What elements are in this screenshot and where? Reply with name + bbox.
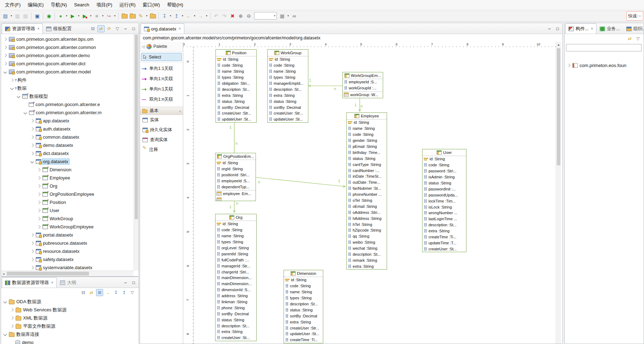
tree-item[interactable]: portal.datasetx xyxy=(1,231,134,239)
delete-button[interactable]: ✖ xyxy=(229,12,236,20)
menubar-item-6[interactable]: 运行(R) xyxy=(116,0,139,10)
relation-orgpositionemployee-employee[interactable] xyxy=(255,177,345,187)
pin-icon[interactable]: « xyxy=(179,109,181,113)
chevron-right-icon[interactable] xyxy=(567,64,571,67)
chevron-right-icon[interactable] xyxy=(30,144,34,147)
tree-item[interactable]: 数据模型 xyxy=(1,92,134,100)
tree-item[interactable]: User xyxy=(1,206,134,215)
field-row[interactable]: workGroupId :... xyxy=(343,85,383,91)
field-row[interactable]: description :St... xyxy=(347,251,387,257)
palette-tool-1[interactable]: 单向1:1关联 xyxy=(140,63,183,74)
console-button[interactable]: ▣ xyxy=(33,12,41,20)
field-row[interactable]: remark :String xyxy=(347,257,387,263)
open-project-button[interactable] xyxy=(129,12,136,20)
palette-header[interactable]: ◁ Palette xyxy=(140,42,183,51)
zoom-level-combo[interactable]: ▾ xyxy=(254,12,277,20)
close-icon[interactable]: × xyxy=(37,26,40,31)
field-row[interactable]: birthday :Time... xyxy=(347,149,387,155)
field-row[interactable]: inDate :TimeSt... xyxy=(347,173,387,179)
collapse-palette-icon[interactable]: ◁ xyxy=(142,45,145,49)
palette-item-4[interactable]: 注释 xyxy=(140,145,183,155)
back-button[interactable]: ← xyxy=(185,12,192,20)
tree-item[interactable]: Org xyxy=(1,182,134,190)
server-start-button[interactable]: ◉ xyxy=(45,12,53,20)
link-with-editor-icon[interactable]: ⇄ xyxy=(88,289,95,296)
field-row[interactable]: name :String xyxy=(284,289,323,295)
field-row[interactable]: lastLoginTime ... xyxy=(422,216,466,222)
tree-item[interactable]: Position xyxy=(1,198,134,206)
field-row[interactable]: dependentTyp... xyxy=(215,184,256,190)
palette-item-1[interactable]: 实体 xyxy=(140,115,183,125)
scroll-up-icon[interactable]: ▲ xyxy=(556,42,561,47)
tree-item[interactable]: systemvariable.datasetx xyxy=(1,263,134,271)
run-button[interactable]: ▶ xyxy=(69,12,77,20)
chevron-down-icon[interactable] xyxy=(30,160,34,163)
redo-button[interactable]: ↷ xyxy=(220,12,228,20)
field-row[interactable]: parentId :String xyxy=(215,251,256,257)
field-row[interactable]: name :String xyxy=(347,126,387,132)
diagram-canvas[interactable]: Positionid :Stringcode :Stringname :Stri… xyxy=(194,47,556,344)
field-row[interactable]: passwordInit :... xyxy=(422,186,466,192)
field-row[interactable]: createTime :Ti... xyxy=(422,234,466,240)
dropdown-arrow-icon[interactable]: ▾ xyxy=(286,12,290,20)
tree-item[interactable]: pubresource.datasetx xyxy=(1,239,134,247)
field-row[interactable]: createUser :Str... xyxy=(216,110,256,116)
scroll-left-icon[interactable]: ◂ xyxy=(1,271,6,276)
field-row[interactable]: orgLevel :String xyxy=(215,245,256,251)
tree-item[interactable]: 平面文件数据源 xyxy=(1,322,139,330)
palette-select-tool[interactable]: Select xyxy=(141,53,182,61)
vertical-scrollbar[interactable] xyxy=(134,34,139,271)
chevron-right-icon[interactable] xyxy=(30,242,34,245)
reference-row[interactable] xyxy=(215,196,256,201)
tree-item[interactable]: com.primeton.gocom.afcenter.dict xyxy=(1,60,134,68)
field-row[interactable]: phone :String xyxy=(215,305,256,311)
field-row[interactable]: extra :String xyxy=(268,92,308,98)
chevron-right-icon[interactable] xyxy=(30,135,34,139)
field-row[interactable]: hTel :String xyxy=(347,221,387,227)
step-button[interactable]: ↪ xyxy=(105,12,113,20)
close-icon[interactable]: × xyxy=(591,26,593,31)
close-icon[interactable]: × xyxy=(179,26,181,31)
dropdown-arrow-icon[interactable]: ▾ xyxy=(274,14,276,17)
field-row[interactable]: id :String xyxy=(215,221,256,227)
check-out-button[interactable]: ↧ xyxy=(161,12,168,20)
field-row[interactable]: description :St... xyxy=(422,222,466,228)
chevron-right-icon[interactable] xyxy=(30,258,34,261)
tree-item[interactable]: common.datasetx xyxy=(1,133,134,141)
field-row[interactable]: status :String xyxy=(215,317,256,323)
field-row[interactable]: positionId :Stri... xyxy=(215,172,256,178)
field-row[interactable]: id :String xyxy=(422,156,466,162)
field-row[interactable]: types :String xyxy=(216,74,256,81)
maximize-icon[interactable]: □ xyxy=(130,279,137,286)
chevron-right-icon[interactable] xyxy=(4,62,7,66)
collapse-all-icon[interactable]: ⊟ xyxy=(80,289,87,296)
field-row[interactable]: hZipcode :String xyxy=(347,227,387,233)
field-row[interactable]: mainDimension... xyxy=(215,281,256,287)
chevron-right-icon[interactable] xyxy=(10,316,14,320)
field-row[interactable]: status :String xyxy=(347,155,387,161)
field-row[interactable]: code :String xyxy=(284,283,323,289)
chevron-right-icon[interactable] xyxy=(30,250,34,253)
connect-icon[interactable]: → xyxy=(104,289,111,296)
field-row[interactable]: extra :String xyxy=(284,319,323,325)
chevron-right-icon[interactable] xyxy=(4,46,7,49)
field-row[interactable]: password :Stri... xyxy=(422,168,466,174)
save-button[interactable]: ▥ xyxy=(13,12,21,20)
chevron-right-icon[interactable] xyxy=(30,127,34,131)
field-row[interactable]: outDate :Time... xyxy=(347,179,387,185)
component-tab-1[interactable]: 构件...× xyxy=(565,23,597,34)
field-row[interactable]: orgId :String xyxy=(215,166,256,172)
horizontal-scrollbar[interactable]: ◂ xyxy=(1,271,134,276)
entity-orgpositionem[interactable]: OrgPositionEm...id :StringorgId :Stringp… xyxy=(215,153,256,201)
tree-item[interactable]: 数据 xyxy=(1,84,134,92)
field-row[interactable]: gender :String xyxy=(347,138,387,144)
tree-item[interactable]: WorkGroupEmployee xyxy=(1,223,134,231)
field-row[interactable]: sortBy :Decimal xyxy=(284,313,323,319)
chevron-right-icon[interactable] xyxy=(30,266,34,270)
tree-item[interactable]: com.primeton.gocom.afcenter.demo xyxy=(1,51,134,60)
field-row[interactable]: oEmail :String xyxy=(347,203,387,209)
chevron-right-icon[interactable] xyxy=(37,217,41,221)
vertical-ruler[interactable]: 012345678 xyxy=(183,47,194,344)
entity-workgroupem[interactable]: WorkGroupEm...employeeId :S...workGroupI… xyxy=(342,72,383,98)
field-row[interactable]: id :String xyxy=(215,160,256,166)
